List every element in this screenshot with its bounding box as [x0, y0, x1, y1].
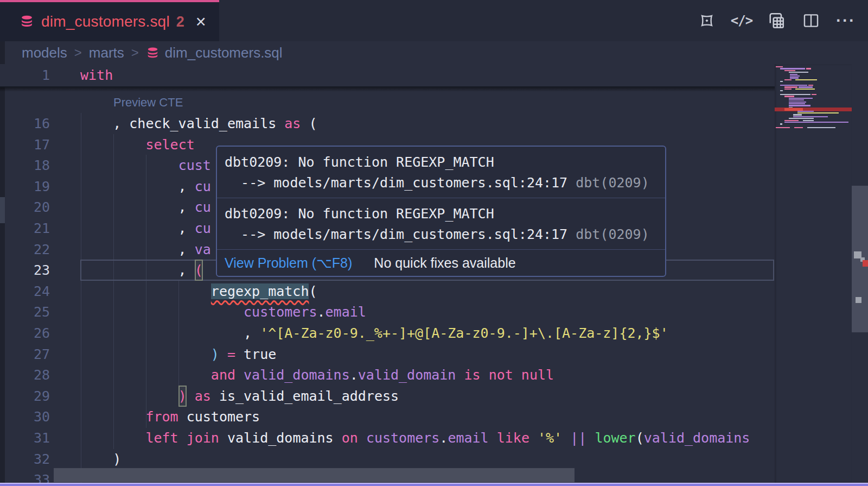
line-number: 30 — [0, 406, 50, 427]
tab-title: dim_customers.sql — [41, 13, 170, 30]
code-line-32[interactable]: ) — [80, 449, 121, 470]
more-actions-icon[interactable]: ··· — [835, 10, 856, 31]
line-number: 26 — [0, 323, 50, 344]
tab-bar: dim_customers.sql 2 ✕ </> — [0, 0, 868, 41]
sticky-line-number: 1 — [0, 64, 50, 86]
database-icon — [20, 15, 34, 29]
line-number: 24 — [0, 281, 50, 302]
vertical-scrollbar-thumb[interactable] — [852, 186, 868, 332]
code-line-24[interactable]: regexp_match( — [80, 281, 317, 302]
line-number: 31 — [0, 427, 50, 449]
duplicate-table-icon[interactable] — [766, 10, 787, 31]
overview-ruler-mark — [856, 297, 861, 303]
line-number: 23 — [0, 260, 50, 281]
line-number: 28 — [0, 364, 50, 386]
tab-problem-badge: 2 — [176, 14, 184, 30]
line-number: 25 — [0, 301, 50, 323]
code-line-18[interactable]: cust — [80, 155, 211, 176]
code-line-16[interactable]: , check_valid_emails as ( — [80, 113, 317, 134]
code-line-22[interactable]: , va — [80, 239, 211, 260]
line-number: 16 — [0, 113, 50, 134]
code-line-30[interactable]: from customers — [80, 406, 260, 427]
chevron-right-icon: > — [131, 45, 139, 60]
sticky-scroll-row[interactable]: 1 with — [0, 64, 775, 86]
tab-dim-customers-sql[interactable]: dim_customers.sql 2 ✕ — [0, 0, 219, 41]
line-number: 32 — [0, 449, 50, 470]
code-line-26[interactable]: , '^[A-Za-z0-9._%+-]+@[A-Za-z0-9.-]+\.[A… — [80, 323, 668, 344]
line-number: 17 — [0, 134, 50, 155]
code-line-19[interactable]: , cu — [80, 176, 211, 197]
line-number: 21 — [0, 218, 50, 239]
breadcrumb-marts[interactable]: marts — [89, 45, 124, 61]
chevron-right-icon: > — [74, 45, 82, 60]
code-line-31[interactable]: left join valid_domains on customers.ema… — [80, 427, 750, 449]
window-bottom-border — [0, 483, 868, 486]
code-line-23[interactable]: , ( — [80, 260, 203, 281]
error-hover-tooltip: dbt0209: No function REGEXP_MATCH --> mo… — [216, 146, 666, 277]
hover-status-bar: View Problem (⌥F8) No quick fixes availa… — [217, 250, 665, 276]
code-line-27[interactable]: ) = true — [80, 344, 276, 365]
sticky-scroll-shadow — [0, 86, 775, 92]
sticky-code-line: with — [80, 64, 113, 86]
editor-toolbar: </> ··· — [697, 0, 856, 41]
code-line-20[interactable]: , cu — [80, 197, 211, 218]
view-problem-link[interactable]: View Problem (⌥F8) — [225, 255, 352, 271]
diagnostic-message: dbt0209: No function REGEXP_MATCH --> mo… — [217, 198, 665, 250]
code-line-17[interactable]: select — [80, 134, 195, 155]
overview-ruler-error-mark — [863, 260, 868, 267]
code-line-21[interactable]: , cu — [80, 218, 211, 239]
line-number: 33 — [0, 469, 50, 483]
breadcrumb-file[interactable]: dim_customers.sql — [165, 45, 283, 61]
line-number: 29 — [0, 386, 50, 407]
minimap[interactable] — [775, 64, 852, 483]
line-number: 18 — [0, 155, 50, 176]
line-number: 20 — [0, 197, 50, 218]
code-line-29[interactable]: ) as is_valid_email_address — [80, 386, 399, 407]
line-number: 22 — [0, 239, 50, 260]
close-icon[interactable]: ✕ — [195, 14, 207, 30]
breadcrumb: models > marts > dim_customers.sql — [0, 41, 868, 64]
breadcrumb-models[interactable]: models — [22, 45, 67, 61]
compiled-code-icon[interactable]: </> — [731, 10, 752, 31]
database-icon — [146, 47, 159, 60]
horizontal-scrollbar-thumb[interactable] — [54, 468, 575, 482]
drag-handle[interactable] — [0, 197, 5, 223]
line-number: 19 — [0, 176, 50, 197]
dbt-icon[interactable] — [697, 10, 717, 31]
line-number: 27 — [0, 344, 50, 365]
code-line-28[interactable]: and valid_domains.valid_domain is not nu… — [80, 364, 554, 386]
split-editor-icon[interactable] — [801, 10, 821, 31]
vscode-editor-window: dim_customers.sql 2 ✕ </> — [0, 0, 868, 486]
diagnostic-message: dbt0209: No function REGEXP_MATCH --> mo… — [217, 147, 665, 198]
code-line-25[interactable]: customers.email — [80, 301, 366, 323]
preview-cte-codelens[interactable]: Preview CTE — [113, 92, 183, 113]
quick-fix-status: No quick fixes available — [374, 255, 515, 271]
